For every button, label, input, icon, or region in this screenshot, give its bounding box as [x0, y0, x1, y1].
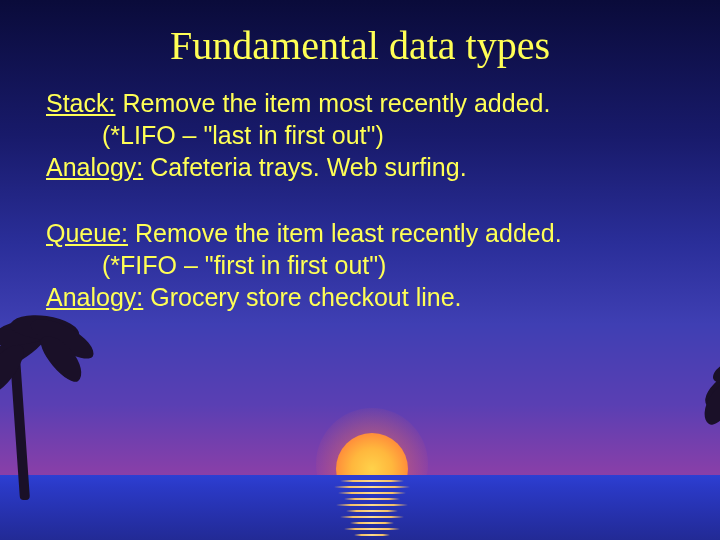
queue-note: (*FIFO – "first in first out"): [46, 249, 386, 281]
stack-desc: Remove the item most recently added.: [122, 89, 550, 117]
slide-title: Fundamental data types: [0, 0, 720, 69]
queue-analogy-label: Analogy:: [46, 283, 143, 311]
stack-note: (*LIFO – "last in first out"): [46, 119, 384, 151]
queue-label: Queue:: [46, 219, 128, 247]
queue-desc: Remove the item least recently added.: [135, 219, 562, 247]
water: [0, 475, 720, 540]
slide: Fundamental data types Stack: Remove the…: [0, 0, 720, 540]
stack-analogy-label: Analogy:: [46, 153, 143, 181]
queue-analogy: Grocery store checkout line.: [150, 283, 461, 311]
slide-body: Stack: Remove the item most recently add…: [0, 69, 720, 313]
stack-label: Stack:: [46, 89, 115, 117]
stack-analogy: Cafeteria trays. Web surfing.: [150, 153, 466, 181]
